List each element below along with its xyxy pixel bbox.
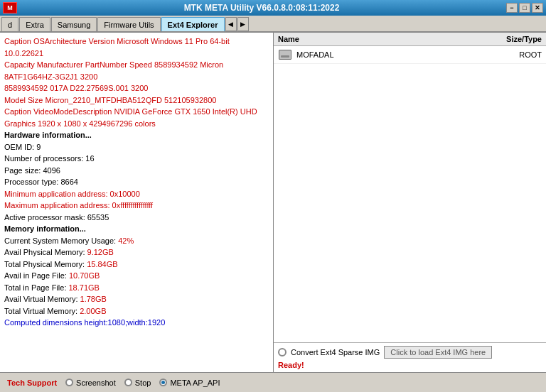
num-processors: Number of processors: 16 <box>4 154 95 163</box>
screenshot-radio-group: Screenshot <box>65 379 116 387</box>
screenshot-radio[interactable] <box>65 379 73 386</box>
tab-ext4-explorer[interactable]: Ext4 Explorer <box>161 17 225 31</box>
oem-id: OEM ID: 9 <box>4 143 41 151</box>
mem-usage: Current System Memory Usage: 42% <box>4 236 134 245</box>
meta-api-radio[interactable] <box>159 379 167 386</box>
convert-label: Convert Ext4 Sparse IMG <box>291 348 380 356</box>
tab-extra[interactable]: Extra <box>19 17 50 31</box>
tab-samsung[interactable]: Samsung <box>51 17 97 31</box>
left-panel: Caption OSArchitecture Version Microsoft… <box>0 33 274 372</box>
tab-d[interactable]: d <box>1 17 18 31</box>
screenshot-label: Screenshot <box>76 379 116 387</box>
hardware-info-label: Hardware information... <box>4 131 92 139</box>
status-bar: Tech Support Screenshot Stop META AP_API <box>0 372 546 392</box>
stop-radio-group: Stop <box>124 379 151 387</box>
processor-type: Processor type: 8664 <box>4 178 78 186</box>
file-type: ROOT <box>485 50 542 59</box>
main-content: Caption OSArchitecture Version Microsoft… <box>0 33 546 372</box>
tab-arrow-right[interactable]: ▶ <box>237 17 249 31</box>
header-size-type: Size/Type <box>485 35 542 43</box>
right-panel: Name Size/Type MOFADAL ROOT Convert Ext4… <box>274 33 546 372</box>
tab-arrow-left[interactable]: ◀ <box>225 17 237 31</box>
caption-os-line: Caption OSArchitecture Version Microsoft… <box>4 37 230 58</box>
avail-physical: Avail Physical Memory: 9.12GB <box>4 248 114 256</box>
stop-label: Stop <box>135 379 151 387</box>
avail-virtual: Avail Virtual Memory: 1.78GB <box>4 295 107 303</box>
title-bar-text: MTK META Utility V66.0.8.0:08:11:2022 <box>17 3 506 13</box>
caption-video-line: Caption VideoModeDescription NVIDIA GeFo… <box>4 107 257 128</box>
capacity-line2: 8589934592 017A D22.27569S.001 3200 <box>4 84 148 92</box>
memory-info-label: Memory information... <box>4 224 86 233</box>
active-processor-mask: Active processor mask: 65535 <box>4 213 109 222</box>
model-line: Model Size Micron_2210_MTFDHBA512QFD 512… <box>4 96 216 104</box>
total-page: Total in Page File: 18.71GB <box>4 283 100 292</box>
window-controls: − □ ✕ <box>506 3 543 13</box>
tab-bar: d Extra Samsung Firmware Utils Ext4 Expl… <box>0 16 546 33</box>
computed-dimensions: Computed dimensions height:1080;width:19… <box>4 318 165 327</box>
tab-firmware-utils[interactable]: Firmware Utils <box>97 17 160 31</box>
capacity-line: Capacity Manufacturer PartNumber Speed 8… <box>4 60 223 81</box>
file-table-header: Name Size/Type <box>274 33 546 46</box>
meta-api-radio-group: META AP_API <box>159 379 220 387</box>
maximize-button[interactable]: □ <box>519 3 530 13</box>
meta-api-label: META AP_API <box>170 379 220 387</box>
page-size: Page size: 4096 <box>4 166 60 175</box>
stop-radio[interactable] <box>124 379 132 386</box>
disk-icon <box>278 49 292 60</box>
total-virtual: Total Virtual Memory: 2.00GB <box>4 307 106 315</box>
max-app-address: Maximum application address: 0xfffffffff… <box>4 201 153 209</box>
convert-row: Convert Ext4 Sparse IMG Click to load Ex… <box>278 346 542 359</box>
file-table-body: MOFADAL ROOT <box>274 46 546 342</box>
title-bar: M MTK META Utility V66.0.8.0:08:11:2022 … <box>0 0 546 16</box>
convert-radio[interactable] <box>278 348 287 356</box>
table-row[interactable]: MOFADAL ROOT <box>274 46 546 64</box>
minimize-button[interactable]: − <box>506 3 518 13</box>
total-physical: Total Physical Memory: 15.84GB <box>4 260 118 268</box>
min-app-address: Minimum application address: 0x10000 <box>4 190 140 198</box>
file-name: MOFADAL <box>296 50 485 59</box>
header-name: Name <box>278 35 485 43</box>
status-ready: Ready! <box>278 361 304 369</box>
avail-page: Avail in Page File: 10.70GB <box>4 271 100 280</box>
app-icon: M <box>3 2 17 13</box>
right-bottom: Convert Ext4 Sparse IMG Click to load Ex… <box>274 342 546 372</box>
close-button[interactable]: ✕ <box>532 3 543 13</box>
tech-support-label: Tech Support <box>7 379 57 387</box>
load-img-button[interactable]: Click to load Ext4 IMG here <box>384 346 492 359</box>
